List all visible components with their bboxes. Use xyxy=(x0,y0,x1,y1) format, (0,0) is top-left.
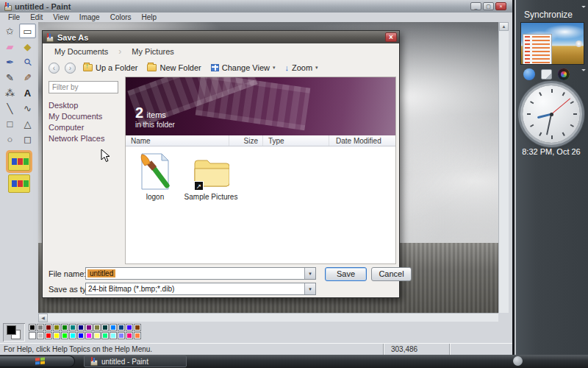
color-swatch[interactable] xyxy=(53,324,60,331)
cancel-button[interactable]: Cancel xyxy=(371,267,412,281)
file-item-sample-pictures[interactable]: ↗ Sample Pictures xyxy=(183,152,239,201)
tool-option-2[interactable] xyxy=(8,174,30,193)
color-swatch[interactable] xyxy=(118,332,125,339)
place-my-documents[interactable]: My Documents xyxy=(49,112,104,121)
color-swatch[interactable] xyxy=(93,324,101,331)
tool-line-icon[interactable]: ╲ xyxy=(1,101,18,116)
close-button[interactable]: × xyxy=(495,2,506,10)
up-a-folder-button[interactable]: ↑ Up a Folder xyxy=(81,62,140,74)
window-app-icon[interactable] xyxy=(541,69,552,79)
save-as-type-dropdown-icon[interactable]: ▾ xyxy=(304,283,315,294)
change-view-button[interactable]: Change View ▾ xyxy=(209,62,278,74)
scroll-left-button[interactable]: ◀ xyxy=(38,314,48,322)
color-swatch[interactable] xyxy=(69,324,76,331)
save-as-type-combo[interactable]: 24-bit Bitmap (*.bmp;*.dib) ▾ xyxy=(85,283,316,295)
file-name-dropdown-icon[interactable]: ▾ xyxy=(304,268,315,279)
gadget-expand-icon[interactable] xyxy=(581,4,586,8)
tool-ellipse-icon[interactable]: ○ xyxy=(1,132,18,146)
tool-airbrush-icon[interactable]: ⁂ xyxy=(1,85,18,100)
color-swatch[interactable] xyxy=(37,324,44,331)
current-colors-indicator[interactable] xyxy=(3,323,25,342)
horizontal-scrollbar[interactable]: ◀ xyxy=(38,313,498,322)
tool-color-picker-icon[interactable]: ✒ xyxy=(1,54,18,69)
color-swatch[interactable] xyxy=(37,332,44,339)
file-item-logon[interactable]: logon xyxy=(127,152,183,201)
tool-option-1[interactable] xyxy=(8,152,30,171)
color-swatch[interactable] xyxy=(61,332,68,339)
tool-brush-icon[interactable]: ✎ xyxy=(19,70,36,85)
tool-select-icon[interactable]: ▭ xyxy=(19,24,36,38)
back-button[interactable]: ‹ xyxy=(49,63,60,74)
color-swatch[interactable] xyxy=(77,332,85,339)
color-swatch[interactable] xyxy=(69,332,76,339)
place-desktop[interactable]: Desktop xyxy=(49,101,104,110)
zoom-dropdown-icon[interactable]: ▾ xyxy=(315,65,318,71)
color-swatch[interactable] xyxy=(45,324,52,331)
color-swatch[interactable] xyxy=(29,332,36,339)
minimize-button[interactable]: _ xyxy=(470,2,481,10)
tool-text-icon[interactable]: A xyxy=(19,85,36,100)
color-swatch[interactable] xyxy=(45,332,52,339)
taskbar-window-button[interactable]: untitled - Paint xyxy=(84,355,187,367)
color-swatch[interactable] xyxy=(134,324,141,331)
tool-polygon-icon[interactable]: △ xyxy=(19,116,36,131)
tool-rounded-rectangle-icon[interactable]: ◻ xyxy=(19,132,36,146)
file-name-combo[interactable]: untitled ▾ xyxy=(85,267,316,280)
save-button[interactable]: Save xyxy=(325,267,367,281)
color-swatch[interactable] xyxy=(118,324,125,331)
tool-pencil-icon[interactable]: ✎ xyxy=(1,70,18,85)
vertical-scrollbar[interactable]: ▲ xyxy=(498,22,509,313)
thumbnail-nav-button[interactable] xyxy=(576,40,582,47)
menu-help[interactable]: Help xyxy=(137,13,162,21)
menu-file[interactable]: File xyxy=(3,13,25,21)
start-button[interactable] xyxy=(0,355,75,367)
sphere-app-icon[interactable] xyxy=(523,68,535,80)
new-folder-button[interactable]: New Folder xyxy=(145,62,203,74)
tray-icon[interactable] xyxy=(513,356,523,366)
dialog-titlebar[interactable]: Save As × xyxy=(43,31,399,43)
dialog-close-icon[interactable]: × xyxy=(385,32,397,42)
color-swatch[interactable] xyxy=(126,332,133,339)
color-swatch[interactable] xyxy=(53,332,60,339)
maximize-button[interactable]: ▢ xyxy=(483,2,494,10)
color-swatch[interactable] xyxy=(101,332,109,339)
color-swatch[interactable] xyxy=(101,324,109,331)
tool-curve-icon[interactable]: ∿ xyxy=(19,101,36,116)
color-swatch[interactable] xyxy=(93,332,101,339)
paint-titlebar[interactable]: untitled - Paint _ ▢ × xyxy=(0,0,512,13)
slideshow-thumbnail[interactable] xyxy=(520,22,584,65)
gadget-expand-icon[interactable] xyxy=(581,67,586,71)
column-size[interactable]: Size xyxy=(229,135,262,146)
color-swatch[interactable] xyxy=(110,332,117,339)
color-swatch[interactable] xyxy=(61,324,68,331)
color-swatch[interactable] xyxy=(110,324,117,331)
change-view-dropdown-icon[interactable]: ▾ xyxy=(273,65,276,71)
column-name[interactable]: Name xyxy=(126,135,229,146)
tool-eraser-icon[interactable]: ▰ xyxy=(1,39,18,54)
color-swatch[interactable] xyxy=(77,324,85,331)
menu-view[interactable]: View xyxy=(48,13,74,21)
scroll-up-button[interactable]: ▲ xyxy=(499,22,509,31)
filter-input[interactable] xyxy=(49,81,118,93)
color-swatch[interactable] xyxy=(134,332,141,339)
tab-my-documents[interactable]: My Documents xyxy=(50,46,112,57)
place-computer[interactable]: Computer xyxy=(49,123,104,132)
color-swatch[interactable] xyxy=(29,324,36,331)
zoom-button[interactable]: ↓ Zoom ▾ xyxy=(282,62,320,74)
menu-edit[interactable]: Edit xyxy=(25,13,48,21)
tool-rectangle-icon[interactable]: □ xyxy=(1,116,18,131)
menu-image[interactable]: Image xyxy=(74,13,105,21)
column-date-modified[interactable]: Date Modified xyxy=(329,135,395,146)
menu-colors[interactable]: Colors xyxy=(105,13,137,21)
tab-my-pictures[interactable]: My Pictures xyxy=(127,46,178,57)
forward-button[interactable]: › xyxy=(65,63,76,74)
color-disc-app-icon[interactable] xyxy=(558,68,570,80)
clock-gadget[interactable] xyxy=(520,82,583,146)
tool-freeform-select-icon[interactable]: ✩ xyxy=(1,24,18,38)
place-network-places[interactable]: Network Places xyxy=(49,134,104,143)
color-swatch[interactable] xyxy=(85,332,93,339)
column-type[interactable]: Type xyxy=(262,135,329,146)
color-swatch[interactable] xyxy=(126,324,133,331)
file-name-value[interactable]: untitled xyxy=(87,269,115,277)
color-swatch[interactable] xyxy=(85,324,93,331)
